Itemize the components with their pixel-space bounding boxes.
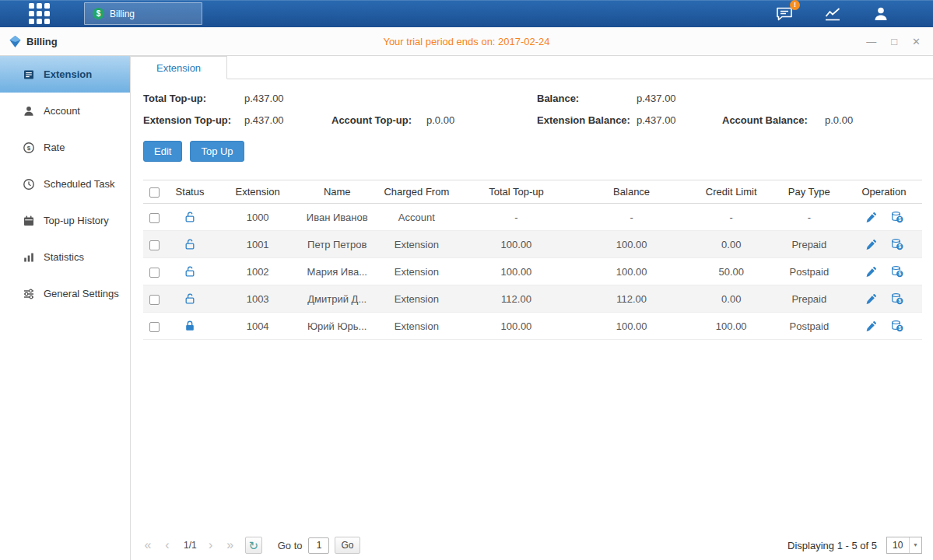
edit-extension-icon[interactable]	[865, 320, 877, 332]
cell-charged-from: Extension	[374, 231, 459, 258]
cell-charged-from: Extension	[374, 313, 459, 340]
column-header-status: Status	[165, 180, 215, 204]
billing-dollar-icon: $	[93, 8, 104, 19]
edit-extension-icon[interactable]	[865, 292, 877, 305]
extension-table-wrap: Status Extension Name Charged From Total…	[143, 180, 922, 340]
minimize-button[interactable]: —	[866, 37, 876, 47]
unlocked-icon[interactable]	[184, 238, 196, 250]
goto-label: Go to	[278, 540, 303, 551]
balance-summary: Total Top-up: p.437.00 Balance: p.437.00…	[143, 93, 922, 126]
go-button[interactable]: Go	[335, 537, 360, 554]
extension-row: 1004 Юрий Юрь... Extension 100.00 100.00…	[143, 313, 922, 340]
unlocked-icon[interactable]	[184, 265, 196, 278]
sidebar-item-label: Top-up History	[44, 215, 109, 226]
cell-extension: 1004	[215, 313, 300, 340]
cell-extension: 1002	[215, 258, 300, 285]
cell-balance: 100.00	[573, 231, 690, 258]
tab-extension[interactable]: Extension	[131, 56, 227, 79]
row-checkbox[interactable]	[149, 295, 160, 305]
column-header-total-topup: Total Top-up	[459, 180, 573, 204]
extension-balance-value: p.437.00	[637, 114, 722, 126]
extension-icon	[23, 68, 35, 81]
select-all-checkbox[interactable]	[149, 187, 160, 198]
edit-extension-icon[interactable]	[865, 265, 877, 278]
cell-credit-limit: 0.00	[690, 285, 773, 313]
clock-icon	[23, 178, 35, 191]
resource-monitor-icon[interactable]	[823, 5, 843, 23]
column-header-operation: Operation	[846, 180, 922, 204]
page-size-select[interactable]: 10 ▼	[886, 537, 922, 554]
svg-text:$: $	[898, 298, 901, 304]
sidebar-item-rate[interactable]: $ Rate	[0, 129, 130, 166]
svg-text:$: $	[27, 145, 31, 152]
goto-page-input[interactable]	[308, 537, 329, 554]
top-up-extension-icon[interactable]: $	[891, 238, 903, 250]
pagination-bar: « ‹ 1/1 › » ↻ Go to Go Displaying 1 - 5 …	[143, 536, 922, 555]
svg-text:$: $	[898, 243, 901, 250]
close-button[interactable]: ✕	[912, 37, 921, 47]
edit-extension-icon[interactable]	[865, 238, 877, 250]
unlocked-icon[interactable]	[184, 292, 196, 305]
cell-pay-type: Postpaid	[773, 258, 846, 285]
row-checkbox[interactable]	[149, 240, 160, 250]
sidebar-item-label: Rate	[44, 142, 65, 153]
taskbar-billing-item[interactable]: $ Billing	[84, 2, 202, 25]
extension-topup-value: p.437.00	[244, 114, 331, 126]
maximize-button[interactable]: □	[891, 37, 897, 47]
cell-balance: -	[573, 204, 690, 231]
column-header-credit-limit: Credit Limit	[690, 180, 773, 204]
cell-total-topup: 100.00	[459, 313, 573, 340]
column-header-extension: Extension	[215, 180, 300, 204]
sliders-icon	[23, 288, 35, 300]
next-page-button[interactable]: ›	[206, 539, 216, 551]
cell-name: Мария Ива...	[300, 258, 374, 285]
account-icon	[23, 105, 35, 117]
user-account-icon[interactable]	[871, 5, 891, 23]
svg-text:$: $	[898, 271, 901, 277]
edit-button[interactable]: Edit	[143, 141, 182, 162]
row-checkbox[interactable]	[149, 213, 160, 223]
unlocked-icon[interactable]	[184, 211, 196, 223]
desktop-topbar: $ Billing !	[0, 0, 933, 27]
top-up-extension-icon[interactable]: $	[891, 211, 903, 223]
cell-pay-type: Postpaid	[773, 313, 846, 340]
extension-table: Status Extension Name Charged From Total…	[143, 180, 922, 340]
account-topup-value: p.0.00	[426, 114, 537, 126]
refresh-button[interactable]: ↻	[245, 537, 262, 554]
sidebar-item-label: Account	[44, 105, 80, 117]
last-page-button[interactable]: »	[226, 539, 235, 551]
first-page-button[interactable]: «	[143, 539, 153, 551]
sidebar-item-label: Statistics	[44, 251, 84, 263]
top-up-button[interactable]: Top Up	[190, 141, 244, 162]
billing-app-icon	[9, 35, 22, 48]
sidebar-item-extension[interactable]: Extension	[0, 56, 130, 93]
window-title: Billing	[26, 36, 58, 47]
cell-balance: 112.00	[573, 285, 690, 313]
cell-total-topup: 100.00	[459, 231, 573, 258]
messages-icon[interactable]: !	[774, 5, 794, 23]
top-up-extension-icon[interactable]: $	[891, 320, 903, 332]
cell-total-topup: 112.00	[459, 285, 573, 313]
edit-extension-icon[interactable]	[865, 211, 877, 223]
row-checkbox[interactable]	[149, 268, 160, 278]
extension-row: 1000 Иван Иванов Account - - - - $	[143, 204, 922, 231]
row-checkbox[interactable]	[149, 322, 160, 332]
cell-name: Дмитрий Д...	[300, 285, 374, 313]
cell-pay-type: -	[773, 204, 846, 231]
sidebar-item-statistics[interactable]: Statistics	[0, 239, 130, 275]
top-up-extension-icon[interactable]: $	[891, 265, 903, 278]
notification-badge: !	[790, 0, 800, 10]
extension-row: 1001 Петр Петров Extension 100.00 100.00…	[143, 231, 922, 258]
sidebar-item-label: General Settings	[44, 288, 119, 299]
cell-extension: 1000	[215, 204, 300, 231]
top-up-extension-icon[interactable]: $	[891, 292, 903, 305]
cell-name: Петр Петров	[300, 231, 374, 258]
sidebar-item-scheduled-task[interactable]: Scheduled Task	[0, 166, 130, 202]
sidebar-item-topup-history[interactable]: Top-up History	[0, 202, 130, 239]
apps-launcher-icon[interactable]	[29, 3, 50, 24]
tab-strip: Extension	[131, 56, 933, 79]
sidebar-item-account[interactable]: Account	[0, 93, 130, 129]
locked-icon[interactable]	[184, 320, 196, 332]
prev-page-button[interactable]: ‹	[163, 539, 172, 551]
sidebar-item-general-settings[interactable]: General Settings	[0, 275, 130, 312]
